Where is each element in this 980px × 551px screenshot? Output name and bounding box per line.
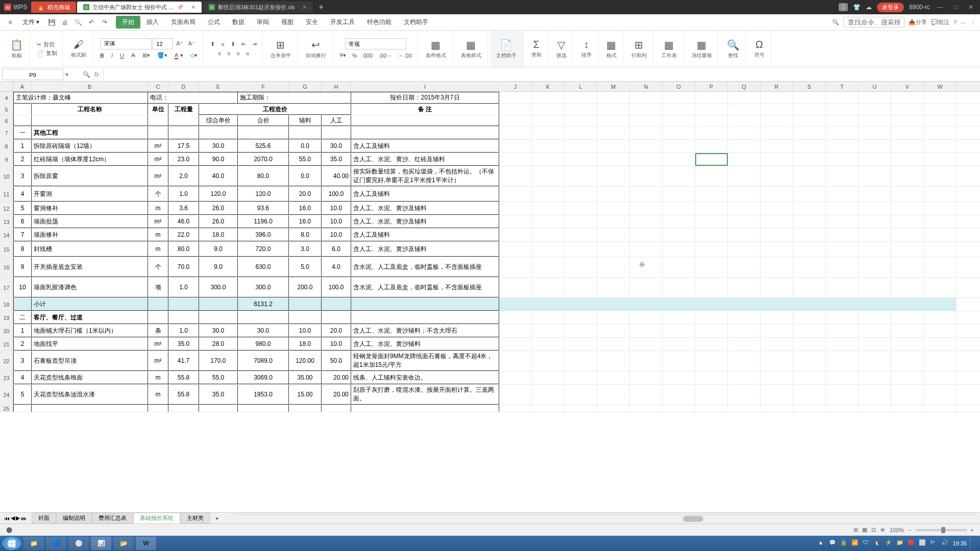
indent-decrease-icon[interactable]: ⇤ [239,40,248,48]
cell-unit[interactable] [148,298,168,311]
cell[interactable] [859,405,891,412]
cell[interactable] [597,92,630,104]
row-header[interactable]: 25 [0,405,13,412]
cell[interactable] [728,140,761,153]
cell-no[interactable]: 2 [13,338,32,350]
cell-labor[interactable]: 30.0 [322,140,351,153]
cell[interactable] [695,405,728,412]
cell-total[interactable]: 120.0 [238,187,289,202]
cell[interactable] [532,153,565,166]
cell-no[interactable]: 7 [13,229,32,241]
cell[interactable] [924,127,957,139]
pin-icon[interactable]: 📌 [177,4,184,11]
cell-unit-price[interactable]: 40.0 [199,166,238,186]
cell[interactable] [663,215,695,228]
strikethrough-button[interactable]: A̶ [129,52,137,60]
cell[interactable] [826,242,859,257]
cell-qty[interactable]: 55.8 [168,385,199,405]
border-button[interactable]: ⊞▾ [140,52,152,60]
increase-decimal-icon[interactable]: .00→ [377,52,394,59]
cell[interactable] [761,405,793,412]
cell[interactable] [565,405,597,412]
cell-no[interactable]: 4 [13,187,32,202]
cell-no[interactable]: 5 [13,202,32,215]
col-header-N[interactable]: N [630,82,663,91]
tray-icon[interactable]: ⬜ [919,539,927,547]
cell[interactable] [499,311,532,324]
cell-total[interactable]: 525.6 [238,140,289,153]
row-header[interactable]: 18 [0,298,13,311]
cell-unit[interactable]: m [148,371,168,384]
cell[interactable] [532,298,565,311]
cell-remark[interactable]: 含人工及辅料 [351,229,499,241]
row-header[interactable]: 12 [0,202,13,215]
cell[interactable] [793,242,826,257]
cell-unit[interactable] [148,127,168,139]
cell[interactable] [565,187,597,202]
row-header[interactable]: 24 [0,385,13,405]
symbol-button[interactable]: Ω符号 [751,37,768,61]
cell[interactable] [891,338,924,350]
align-middle-icon[interactable]: ≡ [219,40,226,48]
conditional-format-button[interactable]: ▦条件格式 [423,37,449,61]
cell[interactable] [499,215,532,228]
cell[interactable] [924,166,957,186]
cell[interactable] [728,215,761,228]
tray-icon[interactable]: 🔊 [941,539,949,547]
cell[interactable] [532,215,565,228]
cell[interactable] [826,257,859,277]
cell[interactable] [565,215,597,228]
cell[interactable] [859,385,891,405]
bold-button[interactable]: B [98,52,106,60]
menu-tab-0[interactable]: 开始 [116,16,140,29]
cell[interactable] [499,202,532,215]
cell[interactable] [597,115,630,126]
new-sheet-button[interactable]: + [211,515,223,521]
sheet-tab-0[interactable]: 封面 [32,513,56,523]
col-cost[interactable]: 工程造价 [199,104,351,115]
cell[interactable] [695,385,728,405]
cell-name[interactable]: 拆除原窗 [32,166,148,186]
cell-no[interactable]: 一 [13,127,32,139]
cell[interactable] [663,324,695,337]
cell-unit-price[interactable] [199,298,238,311]
cell-aux[interactable]: 18.0 [289,338,322,350]
col-header-H[interactable]: H [322,82,351,91]
cell-unit[interactable]: m [148,242,168,257]
cell-name[interactable]: 开关插座底盒安装 [32,257,148,277]
cell-aux[interactable]: 55.0 [289,153,322,166]
row-header[interactable]: 20 [0,324,13,337]
cell-no[interactable]: 10 [13,278,32,297]
collapse-ribbon-icon[interactable]: ︿ [961,18,966,26]
cell[interactable] [565,324,597,337]
cell-qty[interactable]: 17.5 [168,140,199,153]
cell[interactable] [761,385,793,405]
tray-icon[interactable]: 🔴 [908,539,916,547]
col-header-E[interactable]: E [199,82,238,91]
new-tab-button[interactable]: + [314,3,329,12]
cell[interactable] [859,153,891,166]
cell-name[interactable]: 小计 [32,298,148,311]
row-header[interactable]: 23 [0,371,13,384]
cell[interactable] [761,115,793,126]
sheet-nav-first-icon[interactable]: ⏮ [4,515,10,521]
cell-no[interactable]: 2 [13,153,32,166]
increase-font-icon[interactable]: A⁺ [174,38,185,49]
cell[interactable] [728,153,761,166]
cell-qty[interactable]: 46.0 [168,215,199,228]
cell[interactable] [565,242,597,257]
view-page-icon[interactable]: ▦ [862,527,867,533]
filter-button[interactable]: ▽筛选 [553,37,570,61]
cell[interactable] [630,311,663,324]
cell[interactable] [597,215,630,228]
designer-cell[interactable]: 主笔设计师：聂文峰 [13,92,148,104]
cell[interactable] [891,215,924,228]
col-header-T[interactable]: T [826,82,859,91]
cell-aux[interactable]: 35.00 [289,371,322,384]
row-header[interactable]: 8 [0,140,13,153]
cell[interactable] [793,385,826,405]
cell[interactable] [532,187,565,202]
tab-doc-1[interactable]: S 立信中央广场郭女士 报价中式 ... 📌 ✕ [77,2,201,13]
col-header-R[interactable]: R [761,82,793,91]
formula-input[interactable] [103,69,980,80]
